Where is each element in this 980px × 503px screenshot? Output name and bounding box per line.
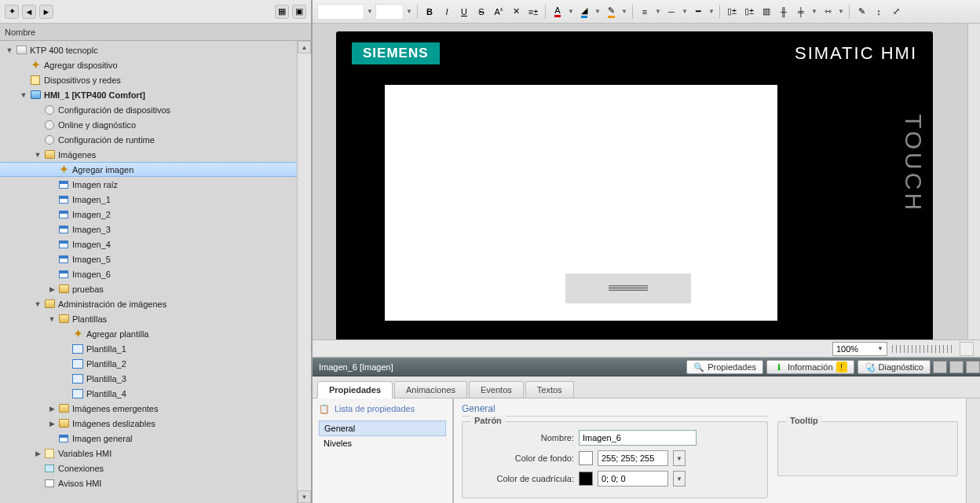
pill-properties[interactable]: 🔍Propiedades [686,360,763,374]
bgcolor-value[interactable]: 255; 255; 255 [598,450,668,466]
italic-button[interactable]: I [439,4,455,20]
name-input[interactable] [579,430,697,446]
view-switch-button[interactable]: ▣ [292,5,306,19]
tree-row[interactable]: ▼Avisos HMI [0,475,297,490]
tree-row[interactable]: ▼Imagen raíz [0,177,297,192]
tree-row[interactable]: ▼Configuración de dispositivos [0,102,297,117]
tree-row[interactable]: ▼Administración de imágenes [0,296,297,311]
screen-editor-canvas[interactable]: SIEMENS SIMATIC HMI TOUCH 100%▼ [313,24,980,358]
expand-icon[interactable]: ▼ [19,91,28,99]
tree-row[interactable]: ▼✦Agregar imagen [0,162,297,177]
underline-button[interactable]: U [456,4,472,20]
dropdown-icon[interactable]: ▼ [405,8,413,15]
equal-width-button[interactable]: ⇿ [820,4,836,20]
expand-icon[interactable]: ▶ [33,450,42,457]
expand-icon[interactable]: ▼ [47,315,57,323]
tree-row[interactable]: ▼HMI_1 [KTP400 Comfort] [0,87,297,102]
canvas-vscroll[interactable] [967,24,980,340]
zoom-fit-icon[interactable] [960,342,974,356]
distribute-h-button[interactable]: ╫ [776,4,792,20]
tab-events[interactable]: Eventos [469,381,524,398]
tree-scrollbar[interactable]: ▲▼ [297,41,311,503]
tree-row[interactable]: ▼Imagen_4 [0,237,297,252]
tree-row[interactable]: ▼Imagen general [0,431,297,446]
font-size-combo[interactable] [375,4,404,20]
tree-row[interactable]: ▼Imagen_5 [0,252,297,266]
pill-info[interactable]: ℹInformación! [766,360,854,374]
nav-back-button[interactable]: ◄ [22,5,36,19]
gridcolor-value[interactable]: 0; 0; 0 [598,471,668,486]
screen-slider-widget[interactable] [565,274,691,303]
tree-row[interactable]: ▼Online y diagnóstico [0,117,297,132]
fill-color-button[interactable]: ◢ [576,4,592,20]
tree-row[interactable]: ▼Dispositivos y redes [0,72,297,87]
tree-row[interactable]: ▼Plantilla_1 [0,341,297,356]
align-left-button[interactable]: ≡ [637,4,653,20]
hmi-screen-surface[interactable] [385,85,777,321]
tree-row[interactable]: ▼KTP 400 tecnoplc [0,42,297,57]
prop-cat-general[interactable]: General [319,420,446,436]
property-category-list: 📋Lista de propiedades General Niveles [313,398,454,503]
dropdown-icon[interactable]: ▼ [366,8,374,15]
tree-row[interactable]: ▼Imagen_2 [0,207,297,222]
tree-row[interactable]: ▶Imágenes deslizables [0,416,297,431]
inspector-layout-button[interactable] [933,361,947,373]
zoom-fit-button[interactable]: ⤢ [888,4,904,20]
tree-row[interactable]: ▼✦Agregar plantilla [0,326,297,341]
tree-row[interactable]: ▼Plantilla_3 [0,371,297,386]
new-item-button[interactable]: ✦ [5,5,19,19]
expand-icon[interactable]: ▶ [47,285,57,293]
distribute-v-button[interactable]: ╪ [793,4,809,20]
zoom-combo[interactable]: 100%▼ [832,342,887,356]
line-color-button[interactable]: ✎ [603,4,619,20]
strike-button[interactable]: S [474,4,489,20]
tree-row[interactable]: ▼Imagen_1 [0,192,297,207]
send-back-button[interactable]: ▯± [741,4,757,20]
project-tree[interactable]: ▼KTP 400 tecnoplc▼✦Agregar dispositivo▼D… [0,41,297,503]
tree-row[interactable]: ▼Plantilla_4 [0,386,297,401]
expand-icon[interactable]: ▼ [5,46,14,54]
align-objects-button[interactable]: ▥ [759,4,774,20]
inspector-close-button[interactable] [966,361,980,373]
tree-row[interactable]: ▼Configuración de runtime [0,132,297,147]
bring-front-button[interactable]: ▯± [724,4,740,20]
font-color-button[interactable]: A [550,4,565,20]
line-style-button[interactable]: ━ [690,4,706,20]
tab-texts[interactable]: Textos [525,381,574,398]
tree-row[interactable]: ▶Imágenes emergentes [0,401,297,416]
clear-format-button[interactable]: ✕ [508,4,524,20]
tree-row[interactable]: ▼✦Agregar dispositivo [0,57,297,72]
bold-button[interactable]: B [422,4,437,20]
tree-row[interactable]: ▼Imagen_3 [0,222,297,237]
tab-properties[interactable]: Propiedades [317,381,393,398]
screen-icon [57,254,70,265]
tab-animations[interactable]: Animaciones [394,381,467,398]
view-grid-button[interactable]: ▦ [275,5,289,19]
expand-icon[interactable]: ▶ [47,405,57,413]
paint-button[interactable]: ✎ [854,4,869,20]
tree-row[interactable]: ▼Conexiones [0,461,297,475]
tree-row[interactable]: ▼Imágenes [0,147,297,162]
expand-icon[interactable]: ▶ [47,420,57,428]
font-family-combo[interactable] [317,4,364,20]
tree-row[interactable]: ▶pruebas [0,281,297,296]
bgcolor-swatch[interactable] [579,451,593,465]
gridcolor-swatch[interactable] [579,472,593,486]
nav-fwd-button[interactable]: ► [39,5,53,19]
style-more-button[interactable]: ≡± [525,4,541,20]
tree-row[interactable]: ▼Plantillas [0,311,297,326]
tree-row[interactable]: ▼Imagen_6 [0,266,297,281]
tree-row[interactable]: ▶Variables HMI [0,446,297,461]
prop-cat-levels[interactable]: Niveles [319,436,446,450]
tree-row[interactable]: ▼Plantilla_2 [0,356,297,371]
inspector-min-button[interactable] [949,361,964,373]
inspector-vscroll[interactable] [966,398,980,503]
pill-diagnostics[interactable]: 🩺Diagnóstico [858,360,931,374]
expand-icon[interactable]: ▼ [33,151,42,159]
line-spacing-button[interactable]: ─ [664,4,679,20]
case-button[interactable]: A± [491,4,506,20]
gridcolor-dropdown[interactable]: ▼ [673,471,686,486]
expand-icon[interactable]: ▼ [33,300,42,308]
bgcolor-dropdown[interactable]: ▼ [673,450,686,466]
order-button[interactable]: ↕ [871,4,887,20]
